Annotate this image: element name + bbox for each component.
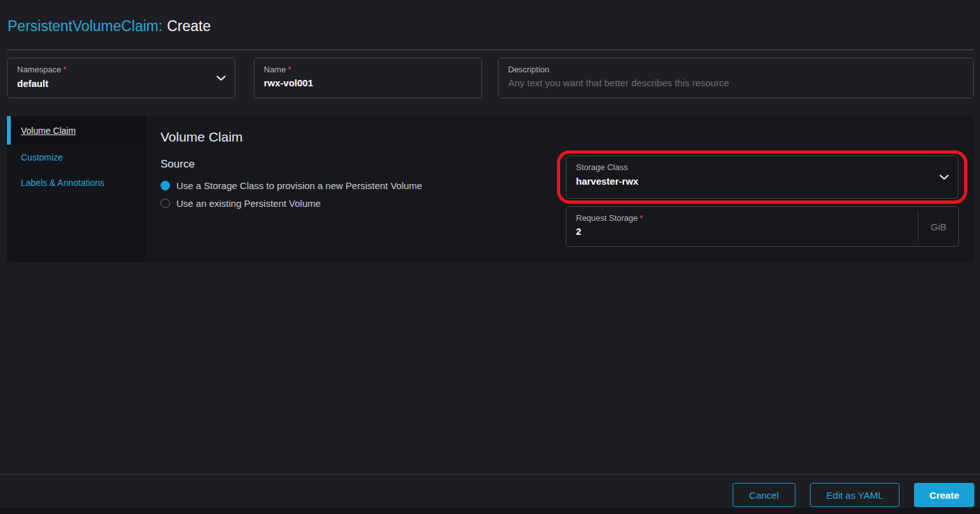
- name-label: Name*: [264, 65, 472, 74]
- radio-use-storage-class-label: Use a Storage Class to provision a new P…: [176, 180, 422, 191]
- tab-container: Volume Claim Customize Labels & Annotati…: [7, 116, 974, 262]
- storage-class-select[interactable]: Storage Class harvester-rwx: [566, 155, 958, 199]
- storage-class-annotation-ring: Storage Class harvester-rwx: [557, 150, 967, 204]
- metadata-fields-row: Namespace* default Name* Description: [7, 58, 974, 98]
- request-storage-label: Request Storage*: [576, 213, 908, 223]
- name-label-text: Name: [264, 65, 286, 74]
- name-field: Name*: [254, 58, 482, 98]
- required-marker: *: [288, 65, 291, 74]
- request-storage-input[interactable]: [576, 226, 908, 237]
- radio-use-existing-pv-label: Use an existing Persistent Volume: [176, 198, 321, 209]
- tab-body-volume-claim: Volume Claim Source Use a Storage Class …: [146, 116, 974, 262]
- storage-class-value: harvester-rwx: [576, 176, 948, 187]
- cancel-button[interactable]: Cancel: [733, 483, 795, 507]
- panel-heading: Volume Claim: [160, 129, 959, 145]
- request-storage-field: Request Storage* GiB: [566, 206, 959, 247]
- tab-labels-annotations[interactable]: Labels & Annotations: [7, 170, 146, 195]
- edit-as-yaml-button[interactable]: Edit as YAML: [810, 483, 900, 507]
- page-title: PersistentVolumeClaim:Create: [8, 17, 211, 35]
- tab-customize[interactable]: Customize: [7, 145, 146, 170]
- tab-customize-label: Customize: [21, 152, 63, 162]
- tab-volume-claim[interactable]: Volume Claim: [7, 116, 146, 145]
- request-storage-main: Request Storage*: [566, 207, 918, 246]
- request-storage-label-text: Request Storage: [576, 213, 638, 223]
- required-marker: *: [63, 65, 66, 74]
- page-title-action: Create: [167, 18, 211, 34]
- bottom-strip: [0, 508, 980, 514]
- description-label: Description: [508, 65, 964, 74]
- tab-volume-claim-label: Volume Claim: [21, 126, 75, 136]
- header-divider: [7, 49, 974, 50]
- page-title-resource: PersistentVolumeClaim:: [8, 18, 162, 34]
- radio-selected-icon[interactable]: [160, 181, 170, 190]
- tab-labels-annotations-label: Labels & Annotations: [21, 178, 105, 188]
- namespace-value: default: [17, 78, 225, 89]
- tab-sidebar: Volume Claim Customize Labels & Annotati…: [7, 116, 146, 262]
- footer-actions: Cancel Edit as YAML Create: [733, 483, 974, 507]
- namespace-label: Namespace*: [17, 65, 225, 74]
- footer: Cancel Edit as YAML Create: [0, 475, 980, 514]
- name-input[interactable]: [264, 77, 472, 88]
- pvc-create-page: PersistentVolumeClaim:Create Namespace* …: [0, 0, 980, 514]
- description-input[interactable]: [508, 77, 964, 88]
- description-field: Description: [498, 58, 974, 98]
- create-button[interactable]: Create: [914, 483, 974, 507]
- chevron-down-icon: [939, 175, 949, 180]
- required-marker: *: [640, 213, 643, 223]
- request-storage-unit: GiB: [918, 212, 958, 241]
- storage-class-label: Storage Class: [576, 162, 948, 172]
- radio-unselected-icon[interactable]: [160, 199, 170, 208]
- namespace-label-text: Namespace: [17, 65, 61, 74]
- namespace-select[interactable]: Namespace* default: [7, 58, 235, 98]
- chevron-down-icon: [216, 76, 226, 81]
